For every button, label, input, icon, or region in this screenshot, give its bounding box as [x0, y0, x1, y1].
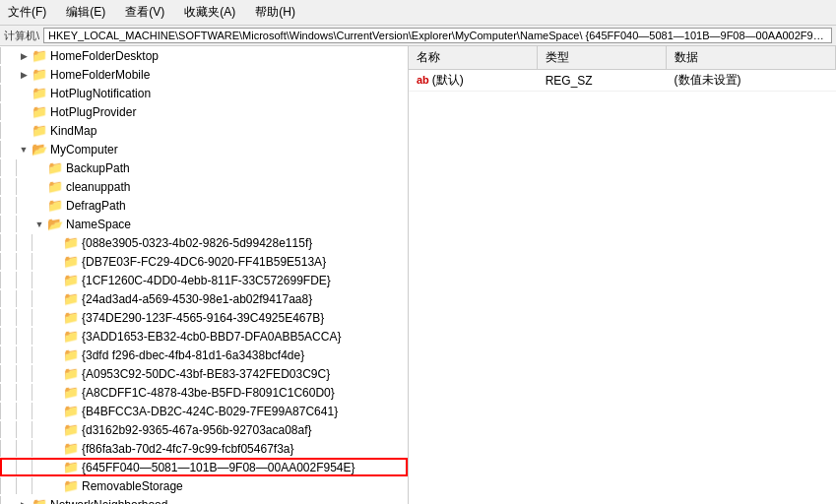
indent-1 [16, 197, 32, 214]
tree-item-cleanuppath[interactable]: cleanuppath [0, 177, 408, 196]
indent-1 [16, 477, 32, 494]
menubar: 文件(F) 编辑(E) 查看(V) 收藏夹(A) 帮助(H) [0, 0, 836, 26]
tree-item-guid13[interactable]: {645FF040—5081—101B—9F08—00AA002F954E} [0, 458, 408, 476]
tree-label-guid3: {1CF1260C-4DD0-4ebb-811F-33C572699FDE} [82, 274, 331, 287]
folder-icon-guid13 [63, 460, 79, 475]
indent-2 [32, 403, 47, 419]
col-type[interactable]: 类型 [538, 46, 667, 70]
indent-2 [32, 328, 47, 345]
folder-icon-guid8 [63, 366, 79, 382]
folder-icon-guid4 [63, 291, 79, 307]
tree-item-DefragPath[interactable]: DefragPath [0, 196, 408, 215]
tree-label-HotPlugNotification: HotPlugNotification [50, 87, 151, 100]
indent-0 [0, 272, 16, 288]
tree-label-guid8: {A0953C92-50DC-43bf-BE83-3742FED03C9C} [82, 367, 330, 381]
tree-arrow-MyComputer[interactable] [16, 142, 32, 158]
folder-icon-HomeFolderDesktop [32, 48, 47, 64]
folder-icon-guid12 [63, 441, 79, 457]
tree-item-NameSpace[interactable]: NameSpace [0, 215, 408, 233]
folder-icon-guid2 [63, 254, 79, 270]
tree-label-guid5: {374DE290-123F-4565-9164-39C4925E467B} [82, 311, 324, 325]
tree-item-guid7[interactable]: {3dfd f296-dbec-4fb4-81d1-6a3438bcf4de} [0, 346, 408, 364]
tree-label-guid4: {24ad3ad4-a569-4530-98e1-ab02f9417aa8} [82, 292, 312, 306]
indent-0 [0, 309, 16, 326]
tree-arrow-HomeFolderMobile[interactable] [16, 67, 32, 83]
indent-1 [16, 216, 32, 232]
menu-file[interactable]: 文件(F) [4, 2, 50, 23]
indent-0 [0, 496, 16, 504]
menu-view[interactable]: 查看(V) [121, 2, 168, 23]
tree-item-guid2[interactable]: {DB7E03F-FC29-4DC6-9020-FF41B59E513A} [0, 252, 408, 271]
folder-icon-guid7 [63, 347, 79, 363]
col-data[interactable]: 数据 [667, 46, 836, 70]
default-value-icon: ab [417, 74, 429, 86]
folder-icon-guid9 [63, 385, 79, 401]
indent-1 [16, 384, 32, 401]
menu-edit[interactable]: 编辑(E) [62, 2, 109, 23]
tree-arrow-HomeFolderDesktop[interactable] [16, 48, 32, 64]
tree-item-MyComputer[interactable]: MyComputer [0, 140, 408, 158]
tree-arrow-NetworkNeighborhood[interactable] [16, 497, 32, 505]
tree-label-HomeFolderDesktop: HomeFolderDesktop [50, 49, 159, 63]
tree-item-NetworkNeighborhood[interactable]: NetworkNeighborhood [0, 495, 408, 504]
tree-item-RemovableStorage[interactable]: RemovableStorage [0, 476, 408, 495]
indent-2 [32, 309, 47, 326]
indent-0 [0, 141, 16, 158]
indent-1 [16, 253, 32, 270]
tree-item-guid5[interactable]: {374DE290-123F-4565-9164-39C4925E467B} [0, 308, 408, 327]
addressbar-path[interactable]: HKEY_LOCAL_MACHINE\SOFTWARE\Microsoft\Wi… [43, 28, 832, 43]
indent-0 [0, 328, 16, 345]
value-row[interactable]: ab(默认)REG_SZ(数值未设置) [409, 70, 836, 92]
indent-0 [0, 197, 16, 214]
tree-item-HotPlugProvider[interactable]: HotPlugProvider [0, 102, 408, 121]
col-name[interactable]: 名称 [409, 46, 538, 70]
menu-favorites[interactable]: 收藏夹(A) [180, 2, 239, 23]
tree-item-guid12[interactable]: {f86fa3ab-70d2-4fc7-9c99-fcbf05467f3a} [0, 439, 408, 458]
tree-item-guid11[interactable]: {d3162b92-9365-467a-956b-92703aca08af} [0, 420, 408, 439]
indent-0 [0, 253, 16, 270]
indent-0 [0, 403, 16, 419]
tree-item-guid3[interactable]: {1CF1260C-4DD0-4ebb-811F-33C572699FDE} [0, 271, 408, 289]
folder-icon-MyComputer [32, 142, 47, 158]
folder-icon-cleanuppath [47, 179, 63, 195]
tree-item-guid10[interactable]: {B4BFCC3A-DB2C-424C-B029-7FE99A87C641} [0, 402, 408, 420]
indent-1 [16, 234, 32, 251]
tree-item-guid8[interactable]: {A0953C92-50DC-43bf-BE83-3742FED03C9C} [0, 364, 408, 383]
indent-0 [0, 384, 16, 401]
tree-label-guid12: {f86fa3ab-70d2-4fc7-9c99-fcbf05467f3a} [82, 442, 294, 456]
tree-item-HomeFolderMobile[interactable]: HomeFolderMobile [0, 65, 408, 84]
indent-1 [16, 290, 32, 307]
tree-item-guid6[interactable]: {3ADD1653-EB32-4cb0-BBD7-DFA0ABB5ACCA} [0, 327, 408, 346]
indent-0 [0, 290, 16, 307]
tree-item-BackupPath[interactable]: BackupPath [0, 158, 408, 177]
tree-item-HotPlugNotification[interactable]: HotPlugNotification [0, 84, 408, 102]
indent-0 [0, 85, 16, 101]
indent-1 [16, 421, 32, 438]
indent-0 [0, 216, 16, 232]
indent-2 [32, 421, 47, 438]
indent-0 [0, 440, 16, 457]
tree-item-guid1[interactable]: {088e3905-0323-4b02-9826-5d99428e115f} [0, 233, 408, 252]
indent-2 [32, 346, 47, 363]
folder-icon-guid10 [63, 404, 79, 419]
tree-label-guid1: {088e3905-0323-4b02-9826-5d99428e115f} [82, 236, 312, 250]
indent-1 [16, 309, 32, 326]
tree-label-RemovableStorage: RemovableStorage [82, 479, 183, 493]
indent-1 [16, 403, 32, 419]
tree-label-guid7: {3dfd f296-dbec-4fb4-81d1-6a3438bcf4de} [82, 348, 304, 362]
indent-0 [0, 103, 16, 120]
tree-arrow-NameSpace[interactable] [32, 217, 47, 232]
tree-item-guid9[interactable]: {A8CDFF1C-4878-43be-B5FD-F8091C1C60D0} [0, 383, 408, 402]
indent-0 [0, 459, 16, 475]
tree-label-MyComputer: MyComputer [50, 143, 118, 157]
tree-item-HomeFolderDesktop[interactable]: HomeFolderDesktop [0, 46, 408, 65]
registry-tree[interactable]: HomeFolderDesktopHomeFolderMobileHotPlug… [0, 46, 409, 504]
tree-item-guid4[interactable]: {24ad3ad4-a569-4530-98e1-ab02f9417aa8} [0, 289, 408, 308]
menu-help[interactable]: 帮助(H) [251, 2, 299, 23]
indent-2 [32, 459, 47, 475]
folder-icon-RemovableStorage [63, 478, 79, 494]
addressbar-label: 计算机\ [4, 29, 39, 43]
tree-item-KindMap[interactable]: KindMap [0, 121, 408, 140]
registry-values-pane: 名称 类型 数据 ab(默认)REG_SZ(数值未设置) [409, 46, 836, 504]
indent-0 [0, 234, 16, 251]
